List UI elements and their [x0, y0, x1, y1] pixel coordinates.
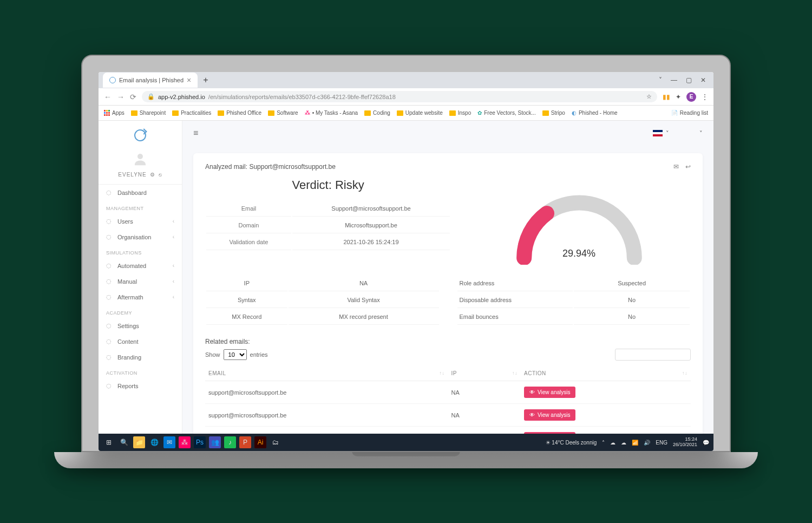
table-row: support@microsoftsupport.beNA👁View analy… [205, 404, 691, 427]
nav-label: Dashboard [117, 189, 147, 196]
sidebar-item-organisation[interactable]: ◌Organisation‹ [99, 229, 182, 245]
user-name: EVELYNE [118, 172, 146, 178]
windows-taskbar: ⊞ 🔍 📁 🌐 ✉ ⁂ Ps 👥 ♪ P Ai 🗂 ☀ 14°C Deels z… [99, 434, 713, 451]
powerpoint-icon[interactable]: P [239, 436, 251, 448]
language-indicator[interactable]: ENG [656, 440, 667, 446]
maximize-icon[interactable]: ▢ [686, 76, 692, 84]
hamburger-icon[interactable]: ≡ [193, 128, 198, 138]
close-tab-icon[interactable]: × [187, 76, 191, 84]
onedrive-icon[interactable]: ☁ [610, 440, 615, 446]
sidebar-nav: ◌DashboardMANAGEMENT◌Users‹◌Organisation… [99, 185, 182, 394]
profile-avatar[interactable]: E [686, 92, 696, 102]
avatar-icon [132, 151, 148, 167]
wifi-icon[interactable]: 📶 [632, 440, 638, 446]
url-path: /en/simulations/reports/emails/eb33507d-… [208, 94, 396, 100]
sort-icon[interactable]: ↑↓ [440, 370, 445, 376]
close-window-icon[interactable]: ✕ [700, 76, 706, 84]
onedrive-icon[interactable]: ☁ [621, 440, 626, 446]
app-logo[interactable] [99, 121, 182, 147]
bookmark-item[interactable]: Sharepoint [131, 110, 166, 116]
page-size-select[interactable]: 10 [224, 349, 247, 360]
auto-icon: ◌ [106, 262, 113, 269]
sidebar-item-aftermath[interactable]: ◌Aftermath‹ [99, 289, 182, 305]
bookmark-item[interactable]: ◐Phished - Home [572, 110, 618, 116]
asana-icon[interactable]: ⁂ [179, 436, 191, 448]
sidebar-item-users[interactable]: ◌Users‹ [99, 213, 182, 229]
manual-icon: ◌ [106, 278, 113, 285]
view-analysis-button[interactable]: 👁View analysis [524, 387, 575, 398]
forward-icon[interactable]: → [117, 93, 125, 101]
extension-icon[interactable]: ▮▮ [663, 93, 670, 101]
bookmark-item[interactable]: Update website [397, 110, 443, 116]
new-tab-button[interactable]: + [198, 75, 213, 85]
bookmark-item[interactable]: Coding [364, 110, 390, 116]
sidebar-item-branding[interactable]: ◌Branding [99, 349, 182, 365]
user-dropdown[interactable]: ˅ [699, 130, 703, 137]
extensions-menu-icon[interactable]: ✦ [676, 93, 681, 101]
reload-icon[interactable]: ⟳ [130, 93, 136, 101]
tray-chevron-icon[interactable]: ˄ [602, 440, 605, 446]
bookmark-item[interactable]: ⁂• My Tasks - Asana [305, 110, 358, 116]
address-bar[interactable]: 🔒 app-v2.phished.io/en/simulations/repor… [142, 91, 657, 102]
volume-icon[interactable]: 🔊 [644, 440, 650, 446]
eye-icon: 👁 [529, 389, 535, 395]
teams-icon[interactable]: 👥 [209, 436, 221, 448]
clock[interactable]: 15:24 26/10/2021 [673, 437, 697, 448]
chrome-icon[interactable]: 🌐 [148, 436, 160, 448]
bookmark-item[interactable]: Practicalities [172, 110, 211, 116]
related-title: Related emails: [205, 338, 691, 345]
explorer-icon[interactable]: 📁 [133, 436, 145, 448]
sidebar: EVELYNE ⚙ ⎋ ◌DashboardMANAGEMENT◌Users‹◌… [99, 121, 182, 434]
sidebar-item-manual[interactable]: ◌Manual‹ [99, 273, 182, 289]
sort-icon[interactable]: ↑↓ [512, 370, 518, 376]
sidebar-item-content[interactable]: ◌Content [99, 334, 182, 349]
gear-icon[interactable]: ⚙ [150, 172, 155, 178]
risk-gauge: 29.94% [509, 189, 650, 265]
sidebar-item-settings[interactable]: ◌Settings [99, 318, 182, 334]
minimize-icon[interactable]: — [671, 76, 677, 84]
cell-email: support@microsoftsupport.be [205, 404, 448, 427]
bookmark-item[interactable]: Inspo [449, 110, 471, 116]
browser-tab[interactable]: Email analysis | Phished × [103, 73, 198, 88]
photoshop-icon[interactable]: Ps [194, 436, 206, 448]
flag-uk-icon [653, 130, 663, 136]
flags-table: Role addressSuspected Disposable address… [456, 274, 691, 326]
illustrator-icon[interactable]: Ai [254, 436, 266, 448]
apps-button[interactable]: Apps [104, 110, 125, 116]
sidebar-item-dashboard[interactable]: ◌Dashboard [99, 185, 182, 200]
search-icon[interactable]: 🔍 [118, 436, 130, 448]
sidebar-item-automated[interactable]: ◌Automated‹ [99, 258, 182, 273]
nav-label: Branding [117, 354, 141, 361]
spotify-icon[interactable]: ♪ [224, 436, 236, 448]
bookmark-item[interactable]: Phished Office [218, 110, 261, 116]
star-icon[interactable]: ☆ [646, 93, 652, 100]
bookmark-item[interactable]: Stripo [542, 110, 565, 116]
org-icon: ◌ [106, 233, 113, 240]
start-icon[interactable]: ⊞ [103, 436, 115, 448]
bookmark-item[interactable]: ✿Free Vectors, Stock... [477, 110, 536, 116]
reply-icon[interactable]: ↩ [685, 163, 691, 171]
view-analysis-button[interactable]: 👁View analysis [524, 409, 575, 421]
nav-label: Content [117, 338, 139, 345]
table-row: support@microsoftsupport.beNA👁View analy… [205, 427, 691, 434]
back-icon[interactable]: ← [104, 93, 112, 101]
sort-icon[interactable]: ↑↓ [682, 370, 687, 376]
kebab-menu-icon[interactable]: ⋮ [702, 93, 708, 101]
chevron-left-icon: ‹ [173, 263, 174, 269]
outlook-icon[interactable]: ✉ [163, 436, 175, 448]
cell-ip: NA [448, 381, 521, 404]
sidebar-item-reports[interactable]: ◌Reports [99, 378, 182, 394]
window-controls: ˅ — ▢ ✕ [651, 76, 713, 84]
search-input[interactable] [615, 349, 691, 361]
app-icon[interactable]: 🗂 [270, 436, 281, 448]
language-picker[interactable]: ˅ [653, 130, 669, 137]
chevron-down-icon[interactable]: ˅ [659, 76, 662, 84]
logout-icon[interactable]: ⎋ [159, 172, 162, 178]
chevron-left-icon: ‹ [173, 278, 174, 284]
bookmark-item[interactable]: Software [268, 110, 298, 116]
nav-label: Organisation [117, 234, 151, 240]
notifications-icon[interactable]: 💬 [703, 440, 709, 446]
weather-widget[interactable]: ☀ 14°C Deels zonnig [546, 440, 597, 446]
mail-icon[interactable]: ✉ [673, 163, 679, 171]
reading-list-button[interactable]: 📄Reading list [671, 110, 708, 116]
